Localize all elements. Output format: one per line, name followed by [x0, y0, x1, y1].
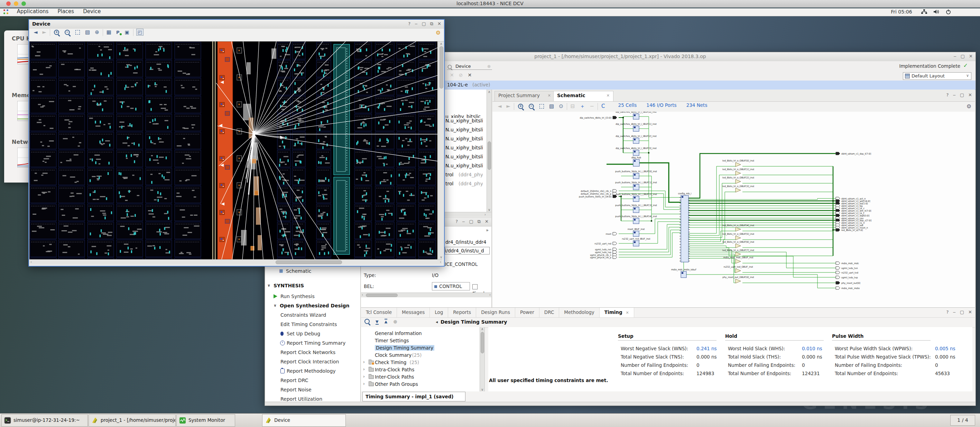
flow-nav-item-report-noise[interactable]: Report Noise [265, 386, 360, 394]
flow-nav-item-report-clock-networks[interactable]: Report Clock Networks [265, 349, 360, 357]
scroll-thumb[interactable] [275, 260, 342, 264]
properties-icon[interactable]: ⊘ [459, 72, 468, 78]
close-tab-icon[interactable]: ✕ [548, 94, 551, 98]
scroll-left-icon[interactable]: ‹ [362, 293, 363, 297]
cellprops-maximize-button[interactable]: ▢ [469, 219, 473, 224]
settings-gear-icon[interactable]: ⚙ [436, 29, 441, 36]
task-button-simuserip172312419[interactable]: simuser@ip-172-31-24-19:~ [2, 414, 88, 427]
scroll-thumb[interactable] [480, 332, 484, 353]
draw-pblock-icon[interactable]: P [116, 30, 120, 35]
scroll-left-icon[interactable]: ‹ [30, 260, 32, 264]
back-icon[interactable]: ◄ [33, 29, 38, 35]
device-hscrollbar[interactable]: ‹ › [29, 259, 442, 265]
vivado-close-button[interactable]: ✕ [969, 54, 973, 59]
scroll-right-icon[interactable]: › [484, 213, 486, 216]
filter-icon[interactable]: ▼ [375, 319, 378, 325]
cellprops-close-button[interactable]: ✕ [485, 219, 488, 224]
back-icon[interactable]: ◄ [498, 103, 502, 109]
expand-chevron-icon[interactable]: ∨ [267, 283, 270, 288]
tree-item-check-timing[interactable]: ›Check Timing(25) [361, 359, 479, 366]
schematic-canvas[interactable]: dip_switches_4bits_tri_i_IBUF[0]_instdip… [492, 112, 975, 307]
bottom-panel-maximize-button[interactable]: ▢ [960, 310, 964, 314]
sort-icon[interactable]: ▲ [385, 319, 387, 324]
panel-mini-toolbar[interactable]: ✕⊘✕ [450, 72, 477, 78]
autofit-selection-icon[interactable]: ⊕ [95, 29, 99, 35]
menu-places[interactable]: Places [57, 8, 74, 14]
layout-selector[interactable]: Default Layout ∨ [903, 72, 971, 80]
zoom-out-icon[interactable]: − [529, 104, 534, 109]
expand-icon[interactable]: ⊟ [571, 103, 575, 109]
search-icon[interactable] [364, 319, 370, 324]
select-area-icon[interactable]: ◰ [136, 29, 143, 36]
bel-field[interactable]: CONTROL [432, 282, 470, 290]
forward-icon[interactable]: ► [507, 103, 511, 109]
task-button-project1[interactable]: project_1 - [/home/simuser/project... [89, 414, 176, 427]
tree-item-other-path-groups[interactable]: ›Other Path Groups [361, 381, 479, 388]
add-icon[interactable]: ＋ [579, 103, 585, 109]
expand-chevron-icon[interactable]: ∨ [274, 303, 277, 308]
tree-item-clock-summary[interactable]: Clock Summary(25) [361, 352, 479, 359]
zoom-in-icon[interactable]: + [518, 104, 523, 109]
task-button-device[interactable]: Device [262, 414, 346, 427]
flow-nav-item-report-timing-summary[interactable]: Report Timing Summary [265, 339, 360, 348]
device-minimize-button[interactable]: ‒ [415, 21, 417, 26]
scroll-right-icon[interactable]: › [489, 293, 491, 297]
cell-properties-buttons[interactable]: ?‒▢⧉✕ [451, 219, 488, 224]
netlist-vscrollbar[interactable]: ∧ ∨ [487, 90, 492, 212]
device-view[interactable] [29, 41, 438, 259]
settings-gear-icon[interactable]: ⚙ [967, 103, 971, 110]
flow-nav-item-set-up-debug[interactable]: Set Up Debug [265, 330, 360, 338]
count-link-1[interactable]: 146 I/O Ports [646, 102, 676, 108]
flow-nav-item-report-methodology[interactable]: Report Methodology [265, 367, 360, 376]
expand-arrow-icon[interactable]: › [363, 374, 365, 379]
pause-icon[interactable]: ● [393, 319, 397, 324]
workspace-minimize-button[interactable]: ‒ [953, 92, 956, 97]
tab-schematic[interactable]: Schematic✕ [553, 91, 613, 102]
tree-item-inter-clock-paths[interactable]: ›Inter-Clock Paths [361, 373, 479, 381]
device-titlebar[interactable]: Device ?‒▢⧉✕ [29, 20, 444, 29]
expand-arrow-icon[interactable]: › [363, 367, 365, 372]
schematic-input-port[interactable]: dip_switches_4bits_tri_i[3:0] [579, 116, 617, 119]
workspace-help-button[interactable]: ? [947, 92, 949, 97]
flow-nav-item-synthesis[interactable]: ∨SYNTHESIS [265, 282, 360, 290]
scroll-down-icon[interactable]: ∨ [440, 255, 442, 259]
scroll-up-icon[interactable]: ∧ [440, 42, 442, 46]
expand-arrow-icon[interactable]: › [363, 360, 365, 364]
scroll-up-icon[interactable]: ∧ [481, 327, 484, 331]
scroll-down-icon[interactable]: ∨ [488, 208, 490, 211]
cell-name-field[interactable]: i/ddr4_0/inst/u_d [445, 247, 490, 254]
schematic-input-port[interactable]: sgmii_lvds_rxn [595, 248, 617, 251]
flow-nav-item-constraints-wizard[interactable]: Constraints Wizard [265, 311, 360, 319]
remove-icon[interactable]: − [590, 103, 594, 109]
volume-icon[interactable] [934, 10, 940, 14]
cellprops-minimize-button[interactable]: ‒ [462, 219, 465, 224]
schematic-input-port[interactable]: sgmii_lvds_rxp [595, 251, 617, 254]
flow-nav-item-schematic[interactable]: ▦Schematic [265, 267, 360, 276]
scroll-right-icon[interactable]: › [440, 260, 441, 264]
count-link-2[interactable]: 234 Nets [686, 102, 708, 108]
cellprops-hscrollbar[interactable]: ‹ › [361, 292, 492, 297]
scroll-down-icon[interactable]: ∨ [481, 387, 484, 391]
regenerate-icon[interactable]: C [601, 103, 605, 109]
cell-drag-icon[interactable]: ▣ [124, 29, 130, 35]
bottom-panel-buttons[interactable]: ?‒▢✕ [942, 310, 972, 314]
flow-nav-item-edit-timing-constraints[interactable]: Edit Timing Constraints [265, 321, 360, 329]
device-vscrollbar[interactable]: ∧ ∨ [439, 41, 444, 259]
device-window-buttons[interactable]: ?‒▢⧉✕ [404, 21, 441, 27]
tab-project-summary[interactable]: Project Summary✕ [495, 91, 555, 102]
flow-nav-item-open-synthesized-design[interactable]: ∨Open Synthesized Design [265, 302, 360, 310]
schematic-input-port[interactable]: sgmii_phyclk_clk_p [590, 256, 617, 259]
device-help-button[interactable]: ? [408, 21, 410, 26]
panel-search[interactable]: Device ⊗ [447, 63, 492, 70]
tree-item-general-information[interactable]: General Information [361, 330, 479, 337]
scroll-thumb[interactable] [439, 46, 443, 89]
tree-item-intra-clock-paths[interactable]: ›Intra-Clock Paths [361, 366, 479, 373]
network-icon[interactable] [921, 10, 927, 14]
device-toolbar[interactable]: ◄►+−▧⊕▦P▣◰ ⚙ [29, 29, 444, 41]
timing-result-tab[interactable]: Timing Summary - impl_1 (saved) [363, 392, 465, 402]
scroll-up-icon[interactable]: ∧ [488, 90, 490, 94]
schematic-input-port[interactable]: rs232_uart_rxd [595, 242, 617, 245]
forward-icon[interactable]: ► [43, 29, 47, 35]
workspace-close-button[interactable]: ✕ [968, 92, 972, 97]
timing-tree[interactable]: ∧ ∨ General InformationTimer SettingsDes… [361, 327, 485, 391]
